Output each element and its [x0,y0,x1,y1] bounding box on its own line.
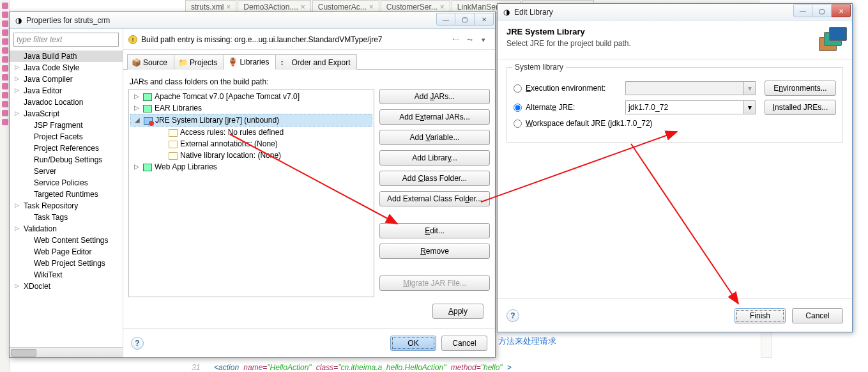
cancel-button[interactable]: Cancel [792,308,843,323]
exec-env-radio[interactable] [514,84,522,93]
titlebar[interactable]: ◑ Edit Library — ▢ ✕ [498,4,852,20]
category-tree-panel: type filter text Java Build Path ▷Java C… [10,29,123,357]
tree-item[interactable]: Targeted Runtimes [10,189,123,200]
tab-order-export[interactable]: ↕Order and Export [275,54,357,70]
chevron-right-icon[interactable]: ▷ [133,104,141,111]
chevron-right-icon[interactable]: ▷ [15,64,19,70]
close-icon[interactable]: × [369,3,374,12]
category-tree[interactable]: Java Build Path ▷Java Code Style ▷Java C… [10,49,123,347]
ok-button[interactable]: OK [390,336,436,351]
lib-item[interactable]: ▷Apache Tomcat v7.0 [Apache Tomcat v7.0] [130,91,372,102]
dialog-header: JRE System Library Select JRE for the pr… [498,20,852,59]
eclipse-icon: ◑ [13,15,24,26]
window-title: Edit Library [514,8,793,17]
alternate-jre-radio[interactable] [514,104,522,112]
group-legend: System library [512,63,566,72]
forward-button[interactable]: ⤳ [463,34,476,45]
minimize-button[interactable]: — [793,4,812,17]
window-title: Properties for struts_crm [26,16,436,25]
tree-item[interactable]: Web Project Settings [10,258,123,269]
exec-env-combo[interactable]: ▾ [625,81,756,95]
lib-subitem[interactable]: Native library location: (None) [130,150,372,161]
tree-item[interactable]: Task Tags [10,212,123,223]
tree-item[interactable]: Web Page Editor [10,246,123,258]
dialog-footer: ? Finish Cancel [498,298,852,332]
close-icon[interactable]: × [226,3,231,12]
library-icon [143,105,152,112]
close-icon[interactable]: × [440,3,445,12]
tab-projects[interactable]: 📁Projects [174,54,224,70]
help-button[interactable]: ? [506,309,519,322]
tree-item[interactable]: ▷JavaScript [10,108,123,120]
tree-item[interactable]: Server [10,166,123,177]
chevron-right-icon[interactable]: ▷ [15,75,19,82]
tree-item[interactable]: Javadoc Location [10,97,123,108]
lib-subitem[interactable]: External annotations: (None) [130,138,372,150]
maximize-button[interactable]: ▢ [455,13,475,26]
tree-item[interactable]: WikiText [10,269,123,281]
chevron-right-icon[interactable]: ▷ [15,202,19,208]
chevron-down-icon[interactable]: ◢ [133,116,141,123]
tree-item-java-build-path[interactable]: Java Build Path [10,50,123,62]
tree-item[interactable]: Web Content Settings [10,235,123,246]
installed-jres-button[interactable]: Installed JREs... [765,100,836,115]
tree-item[interactable]: ▷Validation [10,223,123,235]
edit-button[interactable]: Edit... [379,223,490,238]
lib-item[interactable]: ▷EAR Libraries [130,102,372,114]
system-library-group: System library Execution environment: ▾ … [506,67,843,143]
add-library-button[interactable]: Add Library... [379,150,490,166]
tree-item[interactable]: ▷Java Editor [10,85,123,97]
chevron-right-icon[interactable]: ▷ [15,225,19,231]
minimize-button[interactable]: — [436,13,455,26]
chevron-right-icon[interactable]: ▷ [15,283,19,289]
workspace-default-radio[interactable] [514,120,522,128]
tree-item[interactable]: ▷Java Code Style [10,62,123,74]
alternate-jre-combo[interactable]: jdk1.7.0_72▾ [625,100,756,114]
maximize-button[interactable]: ▢ [812,4,832,17]
finish-button[interactable]: Finish [735,308,786,323]
chevron-right-icon[interactable]: ▷ [15,87,19,93]
add-external-jars-button[interactable]: Add External JARs... [379,109,490,125]
chevron-right-icon[interactable]: ▷ [133,93,141,100]
menu-button[interactable]: ▾ [477,34,490,45]
lib-subitem[interactable]: Access rules: No rules defined [130,127,372,138]
tree-item[interactable]: Project References [10,143,123,154]
back-button[interactable]: ⬸ [449,34,462,45]
lib-item-jre[interactable]: ◢JRE System Library [jre7] (unbound) [130,114,372,127]
add-jars-button[interactable]: Add JARs... [379,89,490,104]
titlebar[interactable]: ◑ Properties for struts_crm — ▢ ✕ [10,12,495,29]
libraries-icon: 🏺 [228,58,237,66]
environments-button[interactable]: Environments... [765,81,836,96]
close-button[interactable]: ✕ [475,13,494,26]
chevron-down-icon[interactable]: ▾ [743,82,755,95]
remove-button[interactable]: Remove [379,244,490,259]
add-external-class-folder-button[interactable]: Add External Class Folder... [379,191,490,206]
edit-library-dialog: ◑ Edit Library — ▢ ✕ JRE System Library … [497,3,853,332]
tree-item[interactable]: ▷Java Compiler [10,74,123,85]
jar-tree[interactable]: ▷Apache Tomcat v7.0 [Apache Tomcat v7.0]… [128,89,374,297]
chevron-right-icon[interactable]: ▷ [133,163,141,170]
tab-libraries[interactable]: 🏺Libraries [224,54,276,70]
tree-item[interactable]: ▷Task Repository [10,200,123,212]
tree-item[interactable]: Project Facets [10,131,123,143]
horizontal-scrollbar[interactable] [10,347,123,357]
tree-item[interactable]: Run/Debug Settings [10,154,123,166]
tree-item[interactable]: JSP Fragment [10,120,123,131]
add-class-folder-button[interactable]: Add Class Folder... [379,171,490,186]
chevron-right-icon[interactable]: ▷ [15,110,19,116]
close-icon[interactable]: × [301,3,305,12]
filter-input[interactable]: type filter text [13,33,119,47]
tree-item[interactable]: Service Policies [10,177,123,189]
cancel-button[interactable]: Cancel [441,336,487,351]
chevron-down-icon[interactable]: ▾ [743,101,755,114]
tree-item[interactable]: ▷XDoclet [10,281,123,292]
dialog-heading: JRE System Library [506,27,631,36]
warning-icon: ! [128,35,137,44]
close-button[interactable]: ✕ [832,4,851,17]
workspace-default-label: Workspace default JRE (jdk1.7.0_72) [526,119,653,128]
help-button[interactable]: ? [131,337,144,350]
add-variable-button[interactable]: Add Variable... [379,130,490,145]
tab-source[interactable]: 📦Source [127,54,174,70]
apply-button[interactable]: Apply [432,304,483,319]
lib-item[interactable]: ▷Web App Libraries [130,161,372,173]
